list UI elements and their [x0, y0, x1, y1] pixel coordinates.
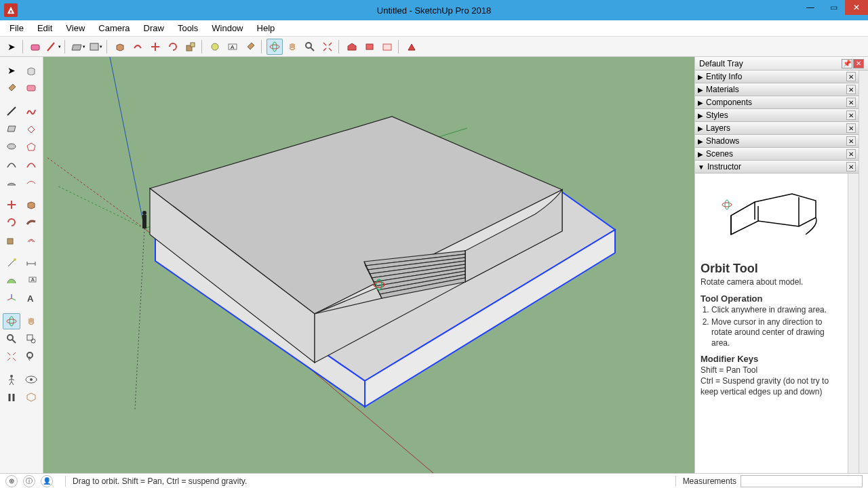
instructor-subtitle: Rotate camera about model.	[701, 277, 842, 287]
freehand-icon[interactable]	[22, 103, 40, 119]
tape-icon[interactable]	[3, 255, 20, 271]
makecomponent-icon[interactable]	[22, 62, 40, 79]
panel-materials[interactable]: ▶Materials✕	[695, 83, 859, 96]
rotate-icon[interactable]	[165, 39, 181, 55]
pencil-icon[interactable]: ▾	[45, 39, 62, 55]
eraser2-icon[interactable]	[22, 80, 40, 96]
menu-tools[interactable]: Tools	[171, 22, 205, 35]
menu-draw[interactable]: Draw	[137, 22, 171, 35]
paintbucket-icon[interactable]	[242, 39, 258, 55]
tapemeasure-icon[interactable]	[207, 39, 223, 55]
close-button[interactable]: ✕	[845, 0, 868, 15]
extension-icon[interactable]	[379, 39, 395, 55]
warehouse-icon[interactable]	[344, 39, 360, 55]
geolocation-icon[interactable]: ⊕	[5, 475, 18, 487]
tray-pin-icon[interactable]: 📌	[842, 59, 852, 68]
panel-close-icon[interactable]: ✕	[846, 110, 856, 120]
window-controls: — ▭ ✕	[799, 0, 868, 15]
pan-icon[interactable]	[284, 39, 300, 55]
text-icon[interactable]: A	[224, 39, 241, 55]
zoomext2-icon[interactable]	[3, 348, 20, 365]
panel-close-icon[interactable]: ✕	[846, 123, 856, 133]
paint-icon[interactable]	[3, 80, 20, 96]
menu-edit[interactable]: Edit	[31, 22, 59, 35]
menu-file[interactable]: File	[3, 22, 31, 35]
panel-layers[interactable]: ▶Layers✕	[695, 122, 859, 135]
axes-icon[interactable]	[3, 290, 20, 306]
layout-icon[interactable]	[403, 39, 420, 55]
arc-icon[interactable]	[3, 156, 20, 172]
select-icon[interactable]: ➤	[3, 62, 20, 79]
panel-close-icon[interactable]: ✕	[846, 85, 856, 94]
text2-icon[interactable]: A	[22, 272, 40, 289]
panel-styles[interactable]: ▶Styles✕	[695, 109, 859, 122]
arc3-icon[interactable]	[22, 174, 40, 190]
zoom2-icon[interactable]	[3, 331, 20, 347]
polygon-icon[interactable]	[22, 138, 40, 155]
section-icon[interactable]	[22, 389, 40, 405]
rectangle-icon[interactable]: ▾	[70, 39, 86, 55]
toolbox-left: ➤ A A	[0, 57, 43, 473]
eraser-icon[interactable]	[28, 39, 44, 55]
panel-close-icon[interactable]: ✕	[846, 98, 856, 107]
rotrect-icon[interactable]	[22, 121, 40, 137]
svg-point-20	[9, 317, 14, 326]
svg-rect-1	[90, 43, 98, 50]
panel-close-icon[interactable]: ✕	[846, 149, 856, 159]
line-icon[interactable]	[3, 103, 20, 119]
menu-window[interactable]: Window	[205, 22, 250, 35]
move2-icon[interactable]	[3, 197, 20, 213]
protractor-icon[interactable]	[3, 272, 20, 289]
user-icon[interactable]: 👤	[41, 475, 53, 487]
scale2-icon[interactable]	[3, 232, 20, 248]
rect-icon[interactable]	[3, 121, 20, 137]
zoomwindow-icon[interactable]	[22, 331, 40, 347]
circle-icon[interactable]	[3, 138, 20, 155]
component-icon[interactable]	[361, 39, 378, 55]
select-tool-icon[interactable]: ➤	[3, 39, 20, 55]
credits-icon[interactable]: ⓘ	[23, 475, 35, 487]
minimize-button[interactable]: —	[799, 0, 822, 15]
panel-components[interactable]: ▶Components✕	[695, 96, 859, 109]
maximize-button[interactable]: ▭	[822, 0, 845, 15]
panel-close-icon[interactable]: ✕	[846, 162, 856, 171]
rotate2-icon[interactable]	[3, 214, 20, 230]
orbit2-icon[interactable]	[3, 313, 20, 329]
pan2-icon[interactable]	[22, 313, 40, 329]
orbit-icon[interactable]	[267, 39, 283, 55]
shape-icon[interactable]: ▾	[87, 39, 104, 55]
panel-entityinfo[interactable]: ▶Entity Info✕	[695, 70, 859, 83]
walk-icon[interactable]	[3, 389, 20, 405]
menu-help[interactable]: Help	[250, 22, 282, 35]
scale-icon[interactable]	[182, 39, 199, 55]
position-icon[interactable]	[3, 371, 20, 388]
panel-close-icon[interactable]: ✕	[846, 136, 856, 146]
panel-close-icon[interactable]: ✕	[846, 72, 856, 81]
zoomextents-icon[interactable]	[319, 39, 336, 55]
tray-outer-scrollbar[interactable]	[859, 70, 868, 473]
lookaround-icon[interactable]	[22, 371, 40, 388]
measurements-input[interactable]	[741, 475, 863, 487]
viewport-3d[interactable]	[43, 57, 694, 473]
previous-icon[interactable]	[22, 348, 40, 365]
dimension-icon[interactable]	[22, 255, 40, 271]
menu-camera[interactable]: Camera	[92, 22, 136, 35]
panel-scenes[interactable]: ▶Scenes✕	[695, 148, 859, 161]
pushpull2-icon[interactable]	[22, 197, 40, 213]
instructor-step: Click anywhere in drawing area.	[711, 305, 842, 316]
offset2-icon[interactable]	[22, 232, 40, 248]
tray-close-icon[interactable]: ✕	[853, 59, 864, 68]
pie-icon[interactable]	[3, 174, 20, 190]
zoom-icon[interactable]	[302, 39, 318, 55]
move-icon[interactable]	[147, 39, 163, 55]
pushpull-icon[interactable]	[112, 39, 128, 55]
followme-icon[interactable]	[22, 214, 40, 230]
3dtext-icon[interactable]: A	[22, 290, 40, 306]
panel-shadows[interactable]: ▶Shadows✕	[695, 135, 859, 148]
tray-scrollbar[interactable]	[848, 174, 859, 473]
arc2-icon[interactable]	[22, 156, 40, 172]
offset-icon[interactable]	[130, 39, 146, 55]
menu-view[interactable]: View	[59, 22, 92, 35]
panel-instructor[interactable]: ▼Instructor✕	[695, 161, 859, 174]
svg-point-19	[7, 319, 16, 323]
